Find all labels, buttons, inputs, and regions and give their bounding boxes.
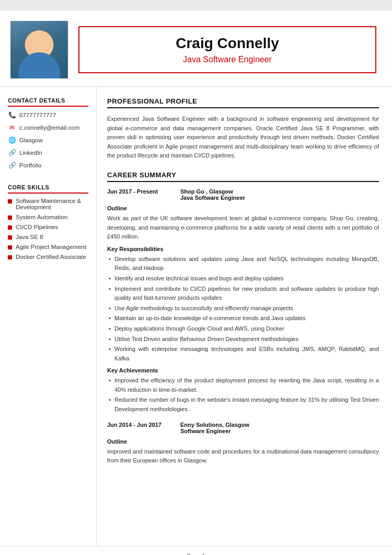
skill-bullet-icon — [8, 255, 12, 259]
outline-heading-1: Outline — [107, 205, 379, 211]
contact-portfolio[interactable]: 🔗 Portfolio — [8, 161, 88, 169]
skill-bullet-icon — [8, 225, 12, 230]
skill-label: Docker Certified Associate — [16, 254, 86, 260]
skill-label: Java SE 8 — [16, 234, 43, 240]
skill-bullet-icon — [8, 245, 12, 250]
skill-4: Java SE 8 — [8, 234, 88, 240]
career-entry-2: Jun 2014 - Jun 2017 Enny Solutions, Glas… — [107, 422, 379, 466]
list-item: Identify and resolve technical issues an… — [107, 274, 379, 284]
list-item: Working with enterprise messaging techno… — [107, 345, 379, 363]
list-item: Develop software solutions and updates u… — [107, 255, 379, 273]
resume-page: Craig Connelly Java Software Engineer CO… — [0, 10, 392, 555]
contact-section-title: CONTACT DETAILS — [8, 97, 88, 107]
page-number: Page 1 — [187, 553, 205, 555]
skills-section-title: CORE SKILLS — [8, 184, 88, 194]
linkedin-icon: 🔗 — [8, 149, 16, 157]
contact-location: 🌐 Glasgow — [8, 136, 88, 144]
email-icon: ✉ — [8, 123, 16, 132]
skill-label: Agile Project Management — [16, 244, 86, 250]
page-footer: Page 1 — [0, 546, 392, 555]
contact-linkedin-text: LinkedIn — [19, 150, 42, 156]
skill-bullet-icon — [8, 199, 12, 203]
body: CONTACT DETAILS 📞 07777777777 ✉ c.connel… — [0, 87, 392, 546]
achievements-list-1: Improved the efficiency of the product d… — [107, 376, 379, 414]
skill-3: CI/CD Pipelines — [8, 224, 88, 230]
skill-5: Agile Project Management — [8, 244, 88, 250]
list-item: Reduced the number of bugs in the websit… — [107, 395, 379, 414]
responsibilities-list-1: Develop software solutions and updates u… — [107, 255, 379, 364]
contact-phone: 📞 07777777777 — [8, 111, 88, 119]
career-header-row-1: Jun 2017 - Present Shop Go , Glasgow Jav… — [107, 188, 379, 201]
career-dates-2: Jun 2014 - Jun 2017 — [107, 422, 180, 428]
contact-phone-text: 07777777777 — [19, 112, 56, 118]
contact-email-text: c.connelly@email.com — [19, 124, 79, 131]
list-item: Improved the efficiency of the product d… — [107, 376, 379, 394]
skill-bullet-icon — [8, 235, 12, 240]
list-item: Use Agile methodology to successfully an… — [107, 304, 379, 313]
career-role-2: Software Engineer — [180, 428, 249, 434]
contact-linkedin[interactable]: 🔗 LinkedIn — [8, 149, 88, 157]
contact-location-text: Glasgow — [19, 137, 43, 143]
skill-label: System Automation — [16, 214, 67, 220]
career-company-role-1: Shop Go , Glasgow Java Software Engineer — [180, 188, 245, 201]
profile-section-title: PROFESSIONAL PROFILE — [107, 97, 379, 108]
sidebar: CONTACT DETAILS 📞 07777777777 ✉ c.connel… — [0, 87, 97, 546]
list-item: Maintain an up-to-date knowledge of e-co… — [107, 314, 379, 323]
contact-portfolio-text: Portfolio — [19, 162, 41, 168]
career-company-role-2: Enny Solutions, Glasgow Software Enginee… — [180, 422, 249, 434]
career-dates-1: Jun 2017 - Present — [107, 188, 180, 195]
header: Craig Connelly Java Software Engineer — [0, 10, 392, 87]
outline-text-2: Improved and maintained software code an… — [107, 447, 379, 466]
career-header-row-2: Jun 2014 - Jun 2017 Enny Solutions, Glas… — [107, 422, 379, 434]
main-content: PROFESSIONAL PROFILE Experienced Java So… — [97, 87, 392, 546]
career-company-1: Shop Go , Glasgow — [180, 188, 245, 195]
responsibilities-heading-1: Key Responsibilities — [107, 246, 379, 252]
skill-2: System Automation — [8, 214, 88, 220]
header-title-box: Craig Connelly Java Software Engineer — [78, 26, 376, 73]
contact-email: ✉ c.connelly@email.com — [8, 123, 88, 132]
outline-text-1: Work as part of the UK software developm… — [107, 214, 379, 242]
profile-text: Experienced Java Software Engineer with … — [107, 115, 379, 161]
outline-heading-2: Outline — [107, 438, 379, 445]
career-entry-1: Jun 2017 - Present Shop Go , Glasgow Jav… — [107, 188, 379, 414]
skill-bullet-icon — [8, 216, 12, 220]
phone-icon: 📞 — [8, 111, 16, 119]
list-item: Deploy applications through Google Cloud… — [107, 324, 379, 334]
skill-label: CI/CD Pipelines — [16, 224, 58, 230]
profile-photo — [10, 21, 68, 78]
list-item: Utilise Test Driven and/or Behaviour Dri… — [107, 335, 379, 344]
candidate-name: Craig Connelly — [90, 35, 365, 52]
candidate-title: Java Software Engineer — [90, 55, 365, 64]
career-company-2: Enny Solutions, Glasgow — [180, 422, 249, 428]
location-icon: 🌐 — [8, 136, 16, 144]
portfolio-icon: 🔗 — [8, 161, 16, 169]
skill-1: Software Maintenance & Development — [8, 198, 88, 210]
list-item: Implement and contribute to CI/CD pipeli… — [107, 285, 379, 303]
skill-6: Docker Certified Associate — [8, 254, 88, 260]
skill-label: Software Maintenance & Development — [16, 198, 88, 210]
achievements-heading-1: Key Achievements — [107, 367, 379, 373]
career-section-title: CAREER SUMMARY — [107, 171, 379, 182]
career-role-1: Java Software Engineer — [180, 195, 245, 201]
